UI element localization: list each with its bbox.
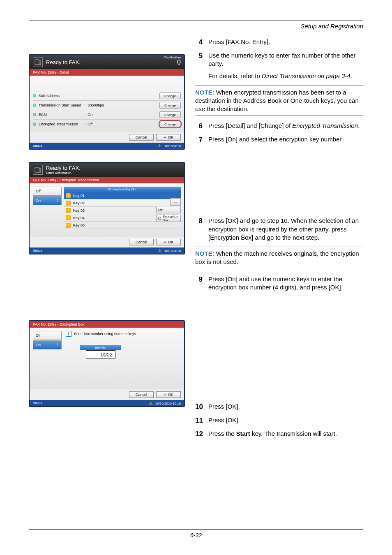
step-12: 12 Press the Start key. The transmission…	[195, 430, 363, 439]
status-date: 10/10/2010	[164, 144, 181, 148]
row-label: Sub Address	[39, 94, 82, 98]
warning-icon: ⚠	[158, 248, 161, 253]
note-2: NOTE: When the machine receives original…	[195, 247, 363, 269]
status-dot-icon	[33, 104, 36, 107]
enc-box-off-button[interactable]: Off	[156, 206, 181, 213]
step-9: 9 Press [On] and use the numeric keys to…	[195, 275, 363, 292]
status-label: Status	[33, 401, 42, 405]
row-value: Off	[88, 122, 116, 126]
fax-icon	[33, 165, 43, 175]
box-no-label: Box No.	[80, 345, 121, 350]
screenshot-encrypted-transmission: Ready to FAX. Enter Destination. FAX No.…	[29, 162, 185, 254]
tab-on[interactable]: On	[33, 340, 62, 349]
note-1: NOTE: When encrypted transmission has be…	[195, 86, 363, 116]
box-no-input[interactable]: 0002	[86, 350, 115, 358]
change-button[interactable]: Change〉	[159, 102, 181, 109]
cancel-button[interactable]: Cancel	[129, 134, 154, 141]
status-dot-icon	[33, 113, 36, 116]
svg-rect-2	[35, 167, 39, 172]
tab-off[interactable]: Off	[33, 331, 62, 340]
step-10: 10 Press [OK].	[195, 402, 363, 412]
row-label: Encrypted Transmission	[39, 122, 82, 126]
fax-icon	[33, 57, 43, 67]
row-label: Transmission Start Speed	[39, 103, 82, 107]
status-dot-icon	[33, 94, 36, 97]
breadcrumb: FAX No. Entry - Encrypted Transmission	[30, 177, 184, 183]
warning-icon: ⚠	[158, 143, 161, 148]
svg-rect-3	[39, 169, 41, 172]
screenshot-fax-detail: Ready to FAX. Destination 0 FAX No. Entr…	[29, 54, 185, 150]
key-icon: 🔑	[66, 208, 71, 213]
ok-button[interactable]: ↵OK	[156, 239, 181, 245]
status-date: 10/10/2010	[164, 249, 181, 253]
step-5: 5 Use the numeric keys to enter fax numb…	[195, 51, 363, 68]
ok-button[interactable]: ↵OK	[156, 391, 181, 398]
status-label: Status	[33, 249, 42, 252]
page-number: 6-32	[29, 529, 363, 539]
status-dot-icon	[33, 123, 36, 126]
section-header: Setup and Registration	[29, 23, 363, 30]
svg-rect-1	[39, 61, 41, 65]
row-value: 33600bps	[88, 103, 116, 107]
step-11: 11 Press [OK].	[195, 416, 363, 426]
panel-title: Ready to FAX.	[46, 59, 81, 65]
key-list-header: Encryption Key No.	[64, 187, 181, 192]
key-icon: 🔑	[66, 223, 71, 228]
panel-subtitle: Enter Destination.	[46, 171, 81, 175]
encryption-box-button[interactable]: Encryption Box	[156, 215, 181, 222]
info-icon: i	[66, 331, 71, 337]
key-item[interactable]: 🔑Key 01	[64, 192, 181, 199]
step-7: 7 Press [On] and select the encryption k…	[195, 135, 363, 145]
status-date: 10/10/2010 10:10	[155, 402, 181, 405]
step-8: 8 Press [OK] and go to step 10. When the…	[195, 217, 363, 242]
screenshot-encryption-box: FAX No. Entry - Encryption Box Off On i …	[29, 320, 185, 407]
row-value: On	[88, 113, 116, 117]
cancel-button[interactable]: Cancel	[129, 391, 154, 398]
svg-rect-0	[35, 60, 39, 65]
panel-title: Ready to FAX.	[46, 165, 81, 171]
cancel-button[interactable]: Cancel	[129, 239, 154, 245]
change-button[interactable]: Change〉	[159, 121, 181, 127]
key-icon: 🔑	[66, 201, 71, 206]
step-6: 6 Press [Detail] and [Change] of Encrypt…	[195, 122, 363, 131]
step-5-detail: For details, refer to Direct Transmissio…	[208, 72, 363, 80]
step-4: 4 Press [FAX No. Entry].	[195, 38, 363, 47]
ok-button[interactable]: ↵OK	[156, 134, 181, 141]
breadcrumb: FAX No. Entry - Detail	[30, 69, 184, 76]
tab-off[interactable]: Off	[33, 187, 62, 196]
destination-count: 0	[177, 59, 181, 66]
key-item[interactable]: 🔑Key 05	[64, 222, 181, 229]
status-label: Status	[33, 144, 42, 148]
change-button[interactable]: Change〉	[159, 92, 181, 99]
change-button[interactable]: Change〉	[159, 111, 181, 118]
warning-icon: ⚠	[149, 401, 152, 405]
info-text: Enter box number using numeric keys.	[74, 332, 137, 336]
key-icon: 🔑	[66, 215, 71, 220]
row-label: ECM	[39, 113, 82, 117]
breadcrumb: FAX No. Entry - Encryption Box	[30, 321, 184, 328]
key-icon: 🔑	[66, 193, 71, 198]
tab-on[interactable]: On	[33, 196, 62, 205]
